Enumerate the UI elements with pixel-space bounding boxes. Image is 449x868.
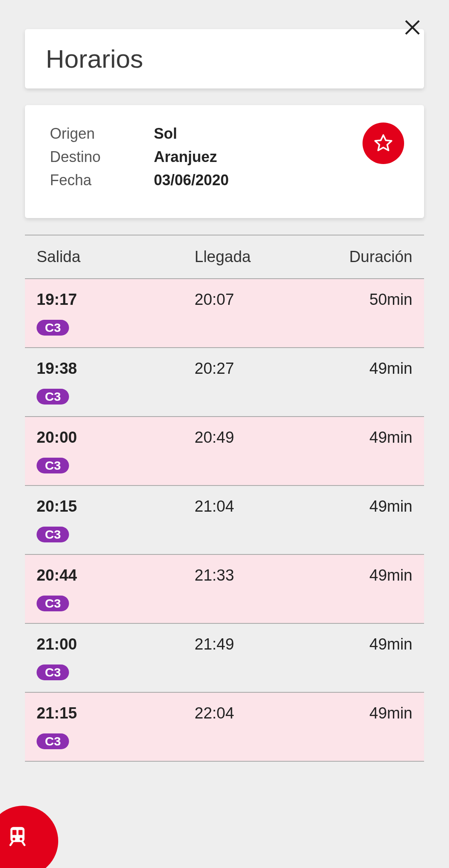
origin-label: Origen [50, 125, 154, 142]
table-row[interactable]: 20:1521:0449minC3 [25, 486, 424, 555]
arrival-time: 21:49 [195, 635, 311, 653]
departure-time: 19:17 [37, 291, 195, 309]
duration: 49min [311, 360, 412, 378]
destination-label: Destino [50, 148, 154, 166]
header-departure: Salida [37, 248, 195, 266]
line-badge-wrap: C3 [37, 593, 412, 611]
line-badge: C3 [37, 733, 69, 749]
svg-point-6 [20, 838, 22, 840]
arrival-time: 21:33 [195, 566, 311, 584]
line-badge-wrap: C3 [37, 731, 412, 749]
schedule-table: Salida Llegada Duración 19:1720:0750minC… [25, 235, 424, 762]
date-label: Fecha [50, 172, 154, 189]
line-badge-wrap: C3 [37, 662, 412, 680]
favorite-button[interactable] [363, 123, 404, 164]
arrival-time: 20:07 [195, 291, 311, 309]
line-badge: C3 [37, 458, 69, 473]
trip-summary-card: Origen Sol Destino Aranjuez Fecha 03/06/… [25, 105, 424, 218]
train-icon [5, 824, 30, 848]
arrival-time: 22:04 [195, 704, 311, 722]
table-row[interactable]: 21:1522:0449minC3 [25, 693, 424, 762]
destination-row: Destino Aranjuez [50, 148, 399, 166]
table-row[interactable]: 20:4421:3349minC3 [25, 555, 424, 624]
origin-value: Sol [154, 125, 177, 142]
departure-time: 19:38 [37, 360, 195, 378]
departure-time: 20:15 [37, 498, 195, 515]
svg-rect-3 [12, 830, 17, 835]
departure-time: 21:00 [37, 635, 195, 653]
table-row[interactable]: 19:3820:2749minC3 [25, 348, 424, 417]
origin-row: Origen Sol [50, 125, 399, 142]
line-badge: C3 [37, 389, 69, 405]
svg-rect-4 [18, 830, 22, 835]
duration: 49min [311, 429, 412, 446]
arrival-time: 21:04 [195, 498, 311, 515]
destination-value: Aranjuez [154, 148, 217, 166]
page-title: Horarios [46, 44, 403, 74]
line-badge: C3 [37, 320, 69, 336]
table-header: Salida Llegada Duración [25, 235, 424, 279]
line-badge: C3 [37, 664, 69, 680]
close-button[interactable] [402, 17, 427, 42]
table-row[interactable]: 21:0021:4949minC3 [25, 624, 424, 693]
line-badge: C3 [37, 527, 69, 542]
header-duration: Duración [311, 248, 412, 266]
duration: 49min [311, 566, 412, 584]
duration: 49min [311, 704, 412, 722]
title-card: Horarios [25, 29, 424, 88]
close-icon [402, 17, 422, 37]
line-badge: C3 [37, 596, 69, 611]
line-badge-wrap: C3 [37, 387, 412, 405]
duration: 50min [311, 291, 412, 309]
date-row: Fecha 03/06/2020 [50, 172, 399, 189]
duration: 49min [311, 635, 412, 653]
table-row[interactable]: 19:1720:0750minC3 [25, 279, 424, 348]
svg-point-5 [12, 838, 15, 840]
date-value: 03/06/2020 [154, 172, 229, 189]
star-icon [373, 133, 394, 154]
duration: 49min [311, 498, 412, 515]
departure-time: 21:15 [37, 704, 195, 722]
arrival-time: 20:49 [195, 429, 311, 446]
train-fab-button[interactable] [0, 806, 58, 868]
departure-time: 20:00 [37, 429, 195, 446]
line-badge-wrap: C3 [37, 318, 412, 336]
arrival-time: 20:27 [195, 360, 311, 378]
line-badge-wrap: C3 [37, 525, 412, 542]
departure-time: 20:44 [37, 566, 195, 584]
header-arrival: Llegada [195, 248, 311, 266]
table-row[interactable]: 20:0020:4949minC3 [25, 417, 424, 486]
line-badge-wrap: C3 [37, 456, 412, 473]
